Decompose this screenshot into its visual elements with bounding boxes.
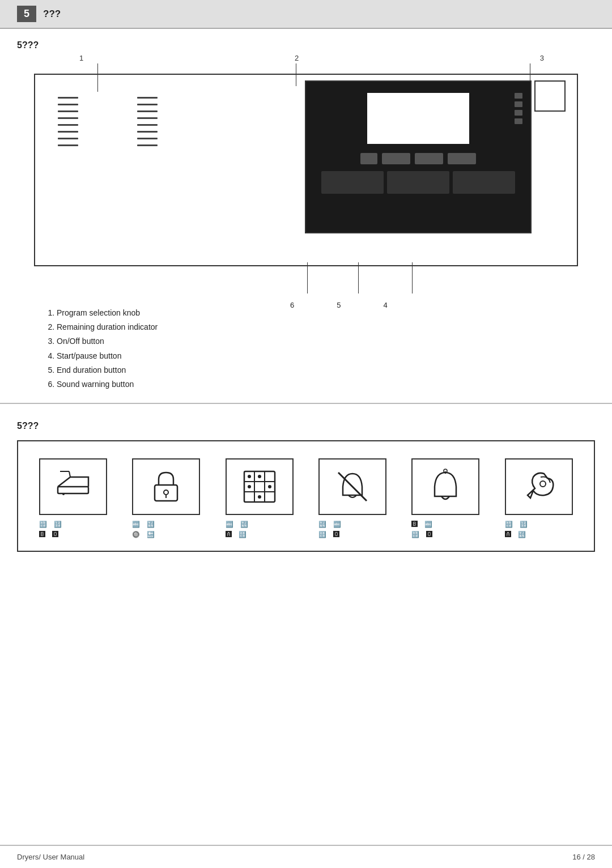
footer-left: Dryers/ User Manual xyxy=(17,853,84,861)
svg-point-1 xyxy=(62,493,65,495)
iron-labels: 🔡 🔢 🅱 🅾 xyxy=(39,520,107,539)
icons-container: 🔡 🔢 🅱 🅾 🔤 xyxy=(17,440,595,552)
iron-icon xyxy=(53,467,93,507)
icon-item-nobell: 🔣 🔤 🔠 🅾 xyxy=(313,458,392,539)
callout-number-4: 4 xyxy=(383,301,387,309)
grid-labels: 🔤 🔣 🅰 🔠 xyxy=(226,520,294,539)
svg-point-16 xyxy=(268,485,271,488)
lock-label-a: 🔤 xyxy=(132,520,140,530)
icon-box-bell xyxy=(411,458,479,515)
callout-6-line xyxy=(307,262,308,293)
bell-label-a: 🅱 xyxy=(411,520,418,530)
svg-rect-0 xyxy=(58,487,88,493)
icon-box-iron xyxy=(39,458,107,515)
bell-label-d: 🅾 xyxy=(426,530,432,540)
svg-rect-4 xyxy=(155,485,177,501)
diagram-wrapper: 1 2 3 xyxy=(17,54,595,266)
icon-item-iron: 🔡 🔢 🅱 🅾 xyxy=(33,458,113,539)
iron-label-b: 🔢 xyxy=(54,520,62,530)
display-screen xyxy=(367,93,469,144)
callout-number-1: 1 xyxy=(79,54,83,62)
mid-indicator-btn-2 xyxy=(415,153,443,164)
nobell-icon xyxy=(333,467,372,507)
list-item-6: Sound warning button xyxy=(57,377,595,392)
iron-label-a: 🔡 xyxy=(39,520,47,530)
bell-labels: 🅱 🔤 🔡 🅾 xyxy=(411,520,479,539)
iron-label-c: 🅱 xyxy=(39,530,45,540)
callout-4-line xyxy=(412,262,413,293)
icon-box-nobell xyxy=(318,458,386,515)
bell-label-c: 🔡 xyxy=(411,530,419,540)
hand-label-b: 🔢 xyxy=(520,520,528,530)
hand-label-a: 🔡 xyxy=(505,520,513,530)
display-panel xyxy=(305,80,532,233)
nobell-labels: 🔣 🔤 🔠 🅾 xyxy=(318,520,386,539)
svg-point-5 xyxy=(164,490,168,495)
list-item-5: End duration button xyxy=(57,363,595,377)
section-title: ??? xyxy=(43,8,61,20)
icon-box-lock xyxy=(132,458,200,515)
callout-number-5: 5 xyxy=(337,301,341,309)
program-knob-indicators xyxy=(58,92,126,151)
grid-icon xyxy=(240,467,279,507)
lock-labels: 🔤 🔣 🔘 🔙 xyxy=(132,520,200,539)
iron-label-d: 🅾 xyxy=(52,530,58,540)
list-item-3: On/Off button xyxy=(57,334,595,348)
list-item-2: Remaining duration indicator xyxy=(57,320,595,334)
icon-item-grid: 🔤 🔣 🅰 🔠 xyxy=(220,458,299,539)
mid-indicator-btn xyxy=(382,153,410,164)
onoff-button-box xyxy=(534,80,566,112)
hand-icon xyxy=(519,467,559,507)
icon-item-lock: 🔤 🔣 🔘 🔙 xyxy=(126,458,206,539)
svg-point-13 xyxy=(258,475,261,478)
display-middle-buttons xyxy=(360,153,476,164)
grid-label-c: 🅰 xyxy=(226,530,232,540)
callout-number-3: 3 xyxy=(540,54,544,62)
callout-5-line xyxy=(358,262,359,293)
sub-header-1: 5??? xyxy=(0,35,612,54)
bell-label-b: 🔤 xyxy=(424,520,432,530)
hand-label-d: 🔣 xyxy=(518,530,526,540)
bottom-btn-5 xyxy=(387,171,449,194)
bell-icon xyxy=(426,467,465,507)
nobell-label-b: 🔤 xyxy=(333,520,341,530)
callout-number-2: 2 xyxy=(295,54,299,62)
nobell-label-c: 🔠 xyxy=(318,530,326,540)
icon-item-bell: 🅱 🔤 🔡 🅾 xyxy=(406,458,485,539)
icon-item-hand: 🔡 🔢 🅰 🔣 xyxy=(499,458,579,539)
footer-right: 16 / 28 xyxy=(572,853,595,861)
section-number: 5 xyxy=(17,6,36,22)
bottom-btn-4 xyxy=(453,171,515,194)
display-bottom-buttons xyxy=(321,171,515,194)
display-dots xyxy=(515,93,522,124)
bottom-btn-6 xyxy=(321,171,384,194)
left-indicator-btn xyxy=(360,153,377,164)
svg-point-12 xyxy=(248,475,251,478)
icons-row: 🔡 🔢 🅱 🅾 🔤 xyxy=(29,458,583,539)
svg-point-14 xyxy=(248,485,251,488)
callout-1-line xyxy=(97,63,98,92)
svg-point-21 xyxy=(540,481,546,487)
nobell-label-d: 🅾 xyxy=(333,530,339,540)
callout-2-line xyxy=(296,63,296,86)
grid-label-d: 🔠 xyxy=(239,530,246,540)
right-indicator-btn xyxy=(448,153,476,164)
lock-label-b: 🔣 xyxy=(147,520,155,530)
icon-box-hand xyxy=(505,458,573,515)
section-divider xyxy=(0,403,612,404)
section-header: 5 ??? xyxy=(0,0,612,29)
grid-label-a: 🔤 xyxy=(226,520,233,530)
grid-label-b: 🔣 xyxy=(240,520,248,530)
diagram-main: 6 5 4 xyxy=(34,74,578,266)
middle-indicators xyxy=(137,92,194,151)
list-item-4: Start/pause button xyxy=(57,349,595,363)
hand-label-c: 🅰 xyxy=(505,530,511,540)
lock-icon xyxy=(146,467,186,507)
lock-label-c: 🔘 xyxy=(132,530,140,540)
icon-box-grid xyxy=(226,458,294,515)
lock-label-d: 🔙 xyxy=(147,530,155,540)
page-footer: Dryers/ User Manual 16 / 28 xyxy=(0,845,612,868)
feature-list: Program selection knob Remaining duratio… xyxy=(45,306,595,392)
hand-labels: 🔡 🔢 🅰 🔣 xyxy=(505,520,573,539)
svg-line-2 xyxy=(69,471,70,477)
